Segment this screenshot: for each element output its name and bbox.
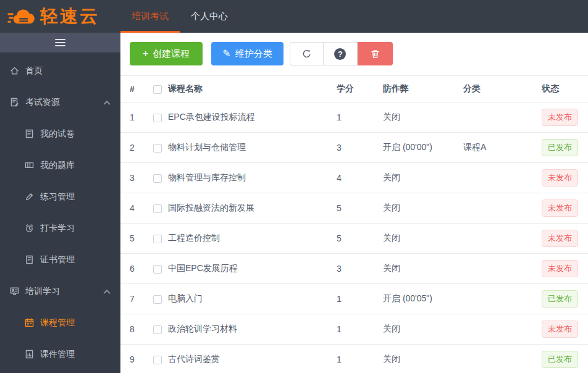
sidebar-item-label: 证书管理: [40, 254, 75, 266]
status-badge: 已发布: [542, 351, 578, 368]
select-all-checkbox[interactable]: [153, 85, 162, 94]
course-table: # 课程名称 学分 防作弊 分类 状态 1 EPC承包建设投标流程 1 关闭: [120, 75, 588, 373]
course-credits: 1: [337, 314, 383, 345]
sidebar-item-label: 练习管理: [40, 191, 75, 203]
table-row: 1 EPC承包建设投标流程 1 关闭 未发布: [120, 103, 588, 133]
chevron-up-icon: [103, 289, 110, 296]
maintain-category-label: 维护分类: [235, 48, 272, 60]
table-row: 8 政治轮训学习材料 1 关闭 未发布: [120, 314, 588, 345]
course-anticheat: 关闭: [383, 224, 463, 254]
chevron-up-icon: [103, 100, 110, 107]
sidebar-item-course-management[interactable]: 课程管理: [0, 307, 120, 338]
course-anticheat: 关闭: [383, 345, 463, 373]
status-badge: 已发布: [542, 139, 578, 156]
brand-logo[interactable]: 轻速云: [0, 0, 120, 33]
row-checkbox[interactable]: [153, 204, 162, 213]
row-number: 1: [120, 103, 153, 133]
sidebar-item-courseware-management[interactable]: 课件管理: [0, 338, 120, 370]
course-anticheat: 关闭: [383, 103, 463, 133]
calendar-icon: [23, 317, 35, 329]
sidebar-item-label: 考试资源: [25, 97, 60, 108]
table-row: 4 国际投融资法的新发展 5 关闭 未发布: [120, 193, 588, 224]
status-badge: 已发布: [542, 290, 578, 308]
course-anticheat: 关闭: [383, 193, 463, 224]
row-number: 9: [120, 345, 153, 373]
create-course-label: 创建课程: [153, 48, 190, 60]
sidebar-menu: 首页 考试资源 我的试卷 我的题库 练习管理 打卡学习: [0, 52, 120, 370]
home-icon: [9, 65, 20, 77]
row-checkbox[interactable]: [153, 295, 162, 304]
maintain-category-button[interactable]: ✎ 维护分类: [211, 42, 283, 65]
toolbar-button-group: ?: [290, 42, 393, 65]
trash-icon: [370, 49, 380, 59]
row-number: 4: [120, 193, 153, 224]
course-name: 古代诗词鉴赏: [168, 345, 337, 373]
sidebar-item-practice-management[interactable]: 练习管理: [0, 181, 120, 212]
sidebar-item-my-question-bank[interactable]: 我的题库: [0, 149, 120, 181]
my-papers-icon: [23, 128, 35, 140]
course-anticheat: 关闭: [383, 163, 463, 193]
row-checkbox[interactable]: [153, 144, 162, 153]
course-category: [463, 345, 542, 373]
sidebar-item-checkin-learning[interactable]: 打卡学习: [0, 212, 120, 244]
course-name: 物料计划与仓储管理: [168, 133, 337, 163]
help-button[interactable]: ?: [324, 42, 358, 65]
column-credits: 学分: [337, 76, 383, 103]
row-number: 7: [120, 284, 153, 314]
sidebar-item-exam-resources[interactable]: 考试资源: [0, 86, 120, 118]
cloud-logo-icon: [7, 6, 36, 28]
course-category: [463, 163, 542, 193]
course-name: 物料管理与库存控制: [168, 163, 337, 193]
course-category: 课程A: [463, 133, 542, 163]
sidebar-item-my-papers[interactable]: 我的试卷: [0, 118, 120, 149]
table-row: 3 物料管理与库存控制 4 关闭 未发布: [120, 163, 588, 193]
alarm-clock-icon: [23, 223, 35, 234]
status-badge: 未发布: [542, 109, 578, 126]
create-course-button[interactable]: + 创建课程: [130, 42, 203, 65]
column-course-name: 课程名称: [168, 76, 337, 103]
toolbar: + 创建课程 ✎ 维护分类 ?: [120, 33, 588, 65]
course-name: 中国EPC发展历程: [168, 254, 337, 284]
exam-resources-icon: [9, 97, 20, 108]
row-checkbox[interactable]: [153, 265, 162, 274]
hamburger-icon: [55, 39, 65, 40]
row-checkbox[interactable]: [153, 174, 162, 183]
sidebar-collapse-toggle[interactable]: [0, 33, 120, 52]
column-anticheat: 防作弊: [383, 76, 463, 103]
sidebar-item-label: 打卡学习: [40, 223, 75, 234]
sidebar-item-label: 课程管理: [40, 317, 75, 329]
tab-training-exam[interactable]: 培训考试: [120, 0, 180, 33]
sidebar-item-training-learning[interactable]: 培训学习: [0, 275, 120, 307]
course-name: 工程造价控制: [168, 224, 337, 254]
sidebar-item-certificate-management[interactable]: 证书管理: [0, 244, 120, 275]
course-credits: 4: [337, 163, 383, 193]
course-name: 政治轮训学习材料: [168, 314, 337, 345]
column-category: 分类: [463, 76, 542, 103]
course-credits: 1: [337, 284, 383, 314]
row-checkbox[interactable]: [153, 325, 162, 334]
status-badge: 未发布: [542, 230, 578, 247]
status-badge: 未发布: [542, 199, 578, 217]
column-status: 状态: [542, 76, 588, 103]
sidebar-item-label: 课件管理: [40, 349, 75, 360]
training-icon: [9, 286, 20, 297]
delete-button[interactable]: [358, 42, 393, 65]
row-number: 2: [120, 133, 153, 163]
course-category: [463, 103, 542, 133]
row-checkbox[interactable]: [153, 114, 162, 122]
row-checkbox[interactable]: [153, 235, 162, 243]
course-credits: 1: [337, 103, 383, 133]
table-row: 9 古代诗词鉴赏 1 关闭 已发布: [120, 345, 588, 373]
main-content: + 创建课程 ✎ 维护分类 ?: [120, 33, 588, 373]
tab-personal-center[interactable]: 个人中心: [180, 0, 239, 33]
table-row: 2 物料计划与仓储管理 3 开启 (00'00") 课程A 已发布: [120, 133, 588, 163]
sidebar-item-home[interactable]: 首页: [0, 55, 120, 86]
course-name: 国际投融资法的新发展: [168, 193, 337, 224]
course-anticheat: 开启 (00'00"): [383, 133, 463, 163]
refresh-button[interactable]: [290, 42, 324, 65]
row-number: 8: [120, 314, 153, 345]
row-checkbox[interactable]: [153, 356, 162, 364]
plus-icon: +: [143, 49, 148, 59]
course-anticheat: 关闭: [383, 254, 463, 284]
pencil-icon: ✎: [222, 49, 230, 59]
